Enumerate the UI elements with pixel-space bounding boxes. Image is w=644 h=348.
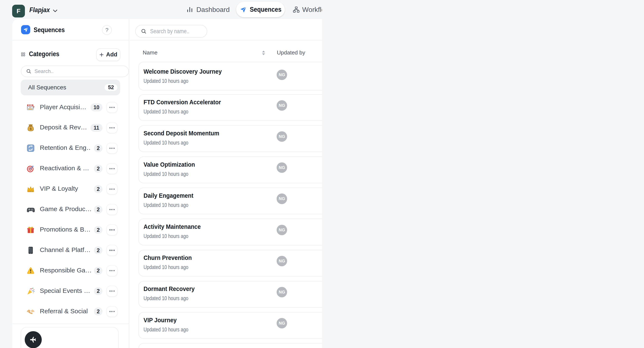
svg-text:$: $ [30, 127, 32, 131]
svg-text:777: 777 [29, 107, 32, 108]
